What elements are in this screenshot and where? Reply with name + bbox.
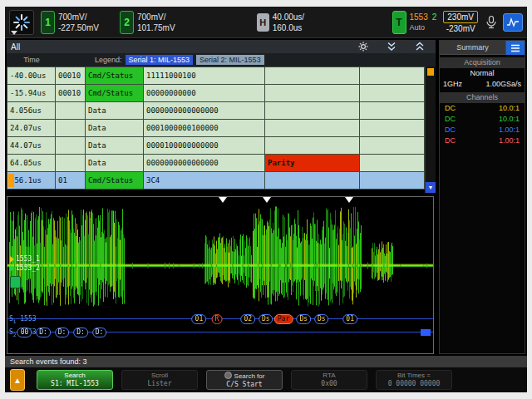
- probe-ratio-value: 1.00:1: [499, 135, 520, 146]
- table-cell: 64.05us: [7, 155, 56, 172]
- channel-summary-row: DC10.0:1: [440, 114, 525, 125]
- channel1-badge[interactable]: 1: [41, 11, 55, 34]
- table-cell: [56, 155, 86, 172]
- chevron-double-down-icon[interactable]: [387, 42, 397, 52]
- back-button[interactable]: ▲: [10, 369, 25, 391]
- channel-summary-list: DC10.0:1DC10.0:1DC1.00:1DC1.00:1: [440, 103, 525, 146]
- table-cell: [265, 102, 360, 120]
- table-cell: 0001000000100000: [144, 120, 265, 137]
- table-cell: Data: [86, 155, 144, 172]
- softkey-1[interactable]: SearchS1: MIL-1553: [37, 370, 113, 390]
- decode-bubble: D:: [55, 328, 70, 337]
- list-icon: [510, 43, 521, 53]
- trigger-mode: Auto: [410, 22, 437, 33]
- table-cell: [265, 172, 360, 190]
- table-cell: [360, 172, 425, 190]
- channel1-settings[interactable]: 700mV/ -227.50mV: [58, 12, 108, 33]
- table-cell: [56, 137, 86, 155]
- softkey-bar: ▲ SearchS1: MIL-1553ScrollListerSearch f…: [5, 367, 527, 392]
- softkey-2[interactable]: ScrollLister: [121, 370, 198, 390]
- decode-bubble: 01: [192, 314, 207, 324]
- softkey-label: Scroll: [151, 372, 168, 380]
- touch-waveform-badge[interactable]: [503, 13, 523, 32]
- softkey-4[interactable]: RTA0x00: [291, 370, 367, 390]
- table-row[interactable]: 44.07usData0000100000000000: [7, 137, 425, 155]
- table-row[interactable]: 4.056usData0000000000000000: [7, 102, 425, 120]
- lister-scrollbar[interactable]: ▼: [425, 66, 436, 193]
- spinner-icon: [12, 13, 31, 32]
- chevron-double-up-icon[interactable]: [415, 42, 425, 52]
- decode-bubble: 02: [240, 314, 255, 324]
- serial2-decode-row: S2 1553 00D:D:D:D:: [7, 327, 433, 338]
- microphone-icon: [485, 15, 498, 30]
- lister-panel-button[interactable]: [505, 41, 525, 55]
- table-row[interactable]: -15.94us00010Cmd/Status00000000000: [7, 85, 425, 102]
- channel2-offset: 101.75mV: [137, 22, 187, 33]
- softkey-value: 0x00: [321, 380, 337, 388]
- softkey-label: Search: [64, 372, 85, 380]
- gear-icon[interactable]: [358, 42, 368, 52]
- table-row[interactable]: 64.05usData0000000000000000Parity: [7, 155, 425, 172]
- table-cell: -15.94us: [7, 85, 56, 102]
- channel2-marker-icon: [10, 265, 14, 272]
- table-cell: Cmd/Status: [86, 85, 144, 102]
- status-line: Search events found: 3: [5, 356, 527, 367]
- timebase-scale: 40.00us/: [273, 12, 323, 22]
- circle-icon: [224, 372, 232, 379]
- table-cell: Data: [86, 137, 144, 155]
- decode-bubble: D:: [36, 328, 51, 337]
- search-event-marker-icon: [219, 197, 227, 203]
- probe-ratio-value: 1.00:1: [499, 125, 520, 135]
- channels-section-header: Channels: [440, 92, 525, 103]
- table-cell: 11111000100: [144, 67, 265, 85]
- table-cell: [265, 67, 360, 85]
- horizontal-settings[interactable]: 40.00us/ 160.0us: [273, 12, 323, 33]
- decode-bubble: D:: [73, 328, 88, 337]
- bus2-label: 1553_2: [10, 264, 40, 272]
- channel2-badge[interactable]: 2: [120, 11, 134, 34]
- waveform-display[interactable]: 1553_1 1553_2 S1 1553 01R02DsParDsDs01 S…: [7, 196, 434, 354]
- acquisition-section-header: Acquisition: [440, 57, 525, 68]
- table-cell: 00010: [56, 67, 86, 85]
- softkey-3[interactable]: Search forC/S Start: [206, 370, 283, 390]
- serial1-decode-row: S1 1553 01R02DsParDsDs01: [7, 313, 433, 325]
- tab-summary[interactable]: Summary: [440, 41, 505, 55]
- waveform-icon: [506, 17, 520, 27]
- table-cell: [360, 85, 425, 102]
- table-cell: 00000000000: [144, 85, 265, 102]
- channel-summary-row: DC1.00:1: [440, 125, 525, 135]
- table-cell: 0000000000000000: [144, 155, 265, 172]
- channel-summary-row: DC1.00:1: [440, 135, 525, 146]
- trigger-badge[interactable]: T: [392, 11, 406, 34]
- trigger-settings[interactable]: 15532 Auto: [410, 12, 437, 33]
- table-row[interactable]: 156.1us01Cmd/Status3C4: [7, 172, 425, 190]
- serial1-row-label: S1 1553: [9, 315, 37, 324]
- table-cell: [360, 67, 425, 85]
- serial1-legend-chip: Serial 1: MIL-1553: [126, 55, 194, 65]
- horizontal-badge[interactable]: H: [257, 13, 269, 32]
- search-events-text: Search events found: 3: [10, 357, 87, 366]
- table-row[interactable]: -40.00us00010Cmd/Status11111000100: [7, 67, 425, 85]
- scroll-down-button[interactable]: ▼: [426, 182, 436, 193]
- menu-button[interactable]: [9, 10, 34, 35]
- table-cell: 3C4: [144, 172, 265, 190]
- bandwidth-value: 1GHz: [443, 79, 462, 90]
- scrollbar-thumb[interactable]: [427, 68, 434, 76]
- coupling-value: DC: [445, 135, 456, 146]
- channel2-vdiv: 700mV/: [137, 12, 187, 22]
- sample-rate-value: 1.00GSa/s: [485, 79, 521, 90]
- lister-filter[interactable]: All: [11, 42, 20, 52]
- trigger-levels[interactable]: 230mV -230mV: [443, 11, 478, 34]
- decode-bubble: 01: [342, 314, 357, 324]
- table-row[interactable]: 24.07usData0001000000100000: [7, 120, 425, 137]
- decode-end-block: [421, 329, 431, 336]
- dropdown-arrow-icon: [11, 31, 17, 35]
- table-cell: [56, 102, 86, 120]
- lister-toolbar: All: [7, 40, 436, 53]
- bus-activity-badge: [10, 276, 21, 288]
- table-cell: Data: [86, 120, 144, 137]
- timebase-delay: 160.0us: [273, 22, 323, 33]
- channel2-settings[interactable]: 700mV/ 101.75mV: [137, 12, 187, 33]
- table-cell: -40.00us: [7, 67, 56, 85]
- softkey-5[interactable]: Bit Times =0 00000 00000: [376, 370, 452, 390]
